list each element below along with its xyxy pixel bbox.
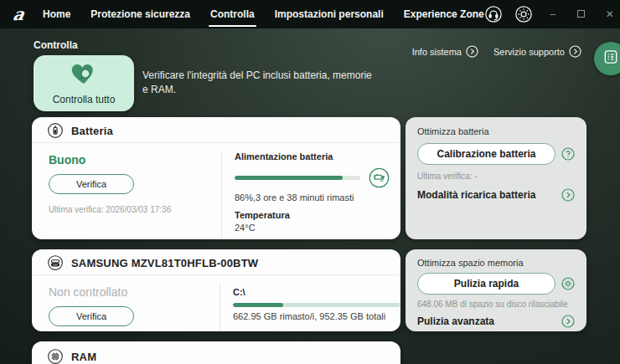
drive-label: C:\ xyxy=(233,287,400,297)
info-sistema-link[interactable]: Info sistema xyxy=(412,45,478,58)
battery-optimize-panel: Ottimizza batteria Calibrazione batteria… xyxy=(406,117,586,239)
storage-card: SSD SAMSUNG MZVL81T0HFLB-00BTW Non contr… xyxy=(32,249,400,331)
settings-gear-icon[interactable] xyxy=(514,5,533,23)
chevron-right-circle-icon xyxy=(466,45,478,58)
calibrazione-batteria-button[interactable]: Calibrazione batteria xyxy=(417,143,555,165)
chevron-right-circle-icon xyxy=(569,45,581,58)
pulizia-rapida-button[interactable]: Pulizia rapida xyxy=(417,273,555,295)
nav-item-controlla[interactable]: Controlla xyxy=(210,0,255,28)
pulizia-avanzata-link[interactable]: Pulizia avanzata xyxy=(417,315,575,328)
storage-status: Non controllato xyxy=(49,285,220,299)
checklist-icon xyxy=(602,49,619,69)
check-all-description: Verificare l'integrità del PC inclusi ba… xyxy=(142,69,374,98)
disk-usage-bar xyxy=(233,303,400,307)
heart-search-icon xyxy=(70,62,98,90)
svg-text:SSD: SSD xyxy=(54,264,58,265)
storage-verify-button[interactable]: Verifica xyxy=(49,306,134,326)
titlebar: a Home Protezione sicurezza Controlla Im… xyxy=(0,0,620,28)
help-question-icon[interactable] xyxy=(561,147,575,161)
nav-item-experience-zone[interactable]: Experience Zone xyxy=(404,0,484,28)
acer-logo: a xyxy=(11,4,26,24)
nav-item-home[interactable]: Home xyxy=(43,0,70,28)
report-fab-button[interactable] xyxy=(594,42,620,75)
ram-card: RAM xyxy=(32,341,400,364)
chevron-right-circle-icon xyxy=(561,188,575,202)
battery-power-bar-fill xyxy=(235,176,343,180)
modalita-ricarica-link[interactable]: Modalità ricarica batteria xyxy=(417,188,575,202)
storage-panel-title: Ottimizza spazio memoria xyxy=(417,258,575,268)
check-all-label: Controlla tutto xyxy=(53,94,116,105)
battery-power-text: 86%,3 ore e 38 minuti rimasti xyxy=(235,192,400,203)
storage-card-title: SAMSUNG MZVL81T0HFLB-00BTW xyxy=(71,257,258,269)
chevron-right-circle-icon xyxy=(561,315,575,328)
restore-button[interactable] xyxy=(573,8,590,20)
nav-item-protezione[interactable]: Protezione sicurezza xyxy=(90,0,190,28)
battery-power-bar xyxy=(235,176,360,180)
servizio-supporto-label: Servizio supporto xyxy=(493,47,565,57)
ram-chip-icon xyxy=(47,348,64,364)
temperature-label: Temperatura xyxy=(235,210,400,220)
battery-panel-last-check: Ultima verifica: - xyxy=(417,172,575,181)
support-headset-icon[interactable] xyxy=(484,5,503,23)
servizio-supporto-link[interactable]: Servizio supporto xyxy=(493,45,581,58)
modalita-ricarica-label: Modalità ricarica batteria xyxy=(417,189,535,201)
page-title: Controlla xyxy=(34,39,78,51)
ssd-icon: SSD xyxy=(47,254,64,271)
battery-charge-mode-icon[interactable] xyxy=(369,167,390,188)
cleanup-settings-gear-icon[interactable] xyxy=(561,277,575,290)
battery-card: Batteria Buono Verifica Ultima verifica:… xyxy=(32,117,400,239)
storage-optimize-panel: Ottimizza spazio memoria Pulizia rapida … xyxy=(406,249,586,331)
temperature-value: 24°C xyxy=(235,223,400,233)
battery-verify-button[interactable]: Verifica xyxy=(49,174,134,194)
nav-item-impostazioni[interactable]: Impostazioni personali xyxy=(275,0,384,28)
cleanup-info-text: 648.06 MB di spazio su disco rilasciabil… xyxy=(417,300,575,309)
restore-icon xyxy=(577,10,585,18)
check-all-button[interactable]: Controlla tutto xyxy=(34,55,134,111)
info-sistema-label: Info sistema xyxy=(412,47,462,57)
power-label: Alimentazione batteria xyxy=(235,151,400,161)
battery-card-title: Batteria xyxy=(71,125,113,137)
minimize-button[interactable]: – xyxy=(545,8,561,20)
ram-card-title: RAM xyxy=(71,351,96,363)
content-area: Controlla Info sistema Servizio supporto xyxy=(0,28,620,364)
pulizia-avanzata-label: Pulizia avanzata xyxy=(417,315,494,327)
disk-space-text: 662.95 GB rimasto/i, 952.35 GB totali xyxy=(233,311,400,321)
main-nav: Home Protezione sicurezza Controlla Impo… xyxy=(43,0,484,28)
close-button[interactable]: ✕ xyxy=(602,8,618,20)
battery-last-check: Ultima verifica: 2026/03/03 17:36 xyxy=(49,205,221,214)
battery-status: Buono xyxy=(49,153,221,167)
battery-icon xyxy=(47,122,64,139)
disk-usage-bar-fill xyxy=(233,303,283,307)
battery-panel-title: Ottimizza batteria xyxy=(417,126,575,136)
